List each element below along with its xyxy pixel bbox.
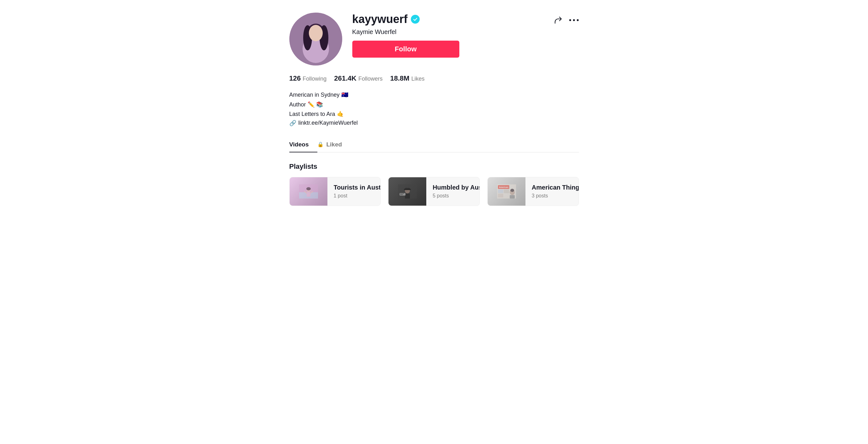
playlist-info-humbled: Humbled by Australia 5 posts: [426, 179, 480, 204]
profile-page: kayywuerf Kaymie Wuerfel Follow: [280, 0, 588, 218]
playlist-card-humbled[interactable]: Humbled by Australia 5 posts: [388, 177, 480, 206]
tab-liked[interactable]: 🔒 Liked: [317, 137, 351, 152]
following-label: Following: [303, 76, 327, 82]
share-icon: [553, 15, 563, 25]
more-button[interactable]: [569, 19, 579, 22]
playlist-thumb-tourists: [290, 177, 328, 206]
verified-icon: [411, 15, 420, 24]
svg-rect-13: [307, 192, 310, 197]
tourists-thumb-image: [299, 182, 318, 201]
svg-text:American: American: [499, 186, 508, 188]
svg-point-7: [573, 19, 575, 21]
link-text: linktr.ee/KaymieWuerfel: [299, 120, 358, 126]
followers-count: 261.4K: [334, 74, 356, 83]
svg-rect-20: [405, 194, 410, 198]
followers-label: Followers: [358, 76, 382, 82]
bio-link[interactable]: 🔗 linktr.ee/KaymieWuerfel: [289, 120, 579, 126]
profile-actions: [553, 12, 579, 25]
share-button[interactable]: [553, 15, 563, 25]
svg-point-8: [577, 19, 579, 21]
svg-rect-29: [498, 194, 503, 198]
playlist-name-tourists: Tourists in Australia: [334, 184, 381, 191]
playlist-card-tourists[interactable]: Tourists in Australia 1 post: [289, 177, 381, 206]
playlist-info-tourists: Tourists in Australia 1 post: [328, 179, 381, 204]
more-icon: [569, 19, 579, 22]
following-count: 126: [289, 74, 301, 83]
svg-point-31: [510, 188, 514, 192]
svg-rect-19: [404, 188, 411, 190]
playlists-section: Playlists: [289, 162, 579, 206]
username: kayywuerf: [352, 12, 408, 26]
bio: American in Sydney 🇦🇺 Author ✏️ 📚 Last L…: [289, 90, 579, 126]
likes-count: 18.8M: [390, 74, 409, 83]
playlist-thumb-humbled: [389, 177, 426, 206]
svg-rect-27: [498, 189, 503, 193]
playlist-count-tourists: 1 post: [334, 193, 381, 199]
humbled-thumb-image: [398, 182, 417, 201]
display-name: Kaymie Wuerfel: [352, 28, 542, 36]
playlists-title: Playlists: [289, 162, 579, 171]
avatar-wrap: [289, 12, 342, 65]
lock-icon: 🔒: [317, 141, 324, 147]
likes-stat: 18.8M Likes: [390, 74, 425, 83]
svg-rect-22: [400, 194, 404, 194]
playlist-count-american: 3 posts: [532, 193, 579, 199]
bio-line-3: Last Letters to Ara 🤙: [289, 109, 579, 119]
follow-button[interactable]: Follow: [352, 40, 459, 58]
svg-rect-23: [400, 194, 403, 195]
bio-line-1: American in Sydney 🇦🇺: [289, 90, 579, 100]
svg-point-12: [306, 187, 311, 190]
american-thumb-image: American: [497, 182, 516, 201]
username-row: kayywuerf: [352, 12, 542, 26]
tabs: Videos 🔒 Liked: [289, 137, 579, 152]
playlist-name-american: American Things: [532, 184, 579, 191]
playlist-thumb-american: American: [488, 177, 525, 206]
tab-videos-label: Videos: [289, 141, 309, 148]
likes-label: Likes: [411, 76, 425, 82]
svg-rect-28: [504, 189, 509, 193]
link-icon: 🔗: [289, 120, 296, 126]
svg-point-6: [569, 19, 571, 21]
bio-line-2: Author ✏️ 📚: [289, 100, 579, 110]
tab-videos[interactable]: Videos: [289, 137, 318, 152]
tab-liked-label: Liked: [326, 141, 342, 148]
avatar: [289, 12, 342, 65]
playlists-row: Tourists in Australia 1 post: [289, 177, 579, 206]
following-stat: 126 Following: [289, 74, 327, 83]
playlist-name-humbled: Humbled by Australia: [433, 184, 480, 191]
profile-info: kayywuerf Kaymie Wuerfel Follow: [352, 12, 542, 58]
playlist-card-american[interactable]: American American Things 3 posts: [487, 177, 579, 206]
svg-rect-21: [400, 193, 405, 196]
playlist-info-american: American Things 3 posts: [525, 179, 579, 204]
svg-rect-32: [510, 195, 515, 198]
playlist-count-humbled: 5 posts: [433, 193, 480, 199]
profile-header: kayywuerf Kaymie Wuerfel Follow: [289, 12, 579, 65]
stats-row: 126 Following 261.4K Followers 18.8M Lik…: [289, 74, 579, 83]
svg-point-5: [309, 25, 323, 41]
followers-stat: 261.4K Followers: [334, 74, 382, 83]
